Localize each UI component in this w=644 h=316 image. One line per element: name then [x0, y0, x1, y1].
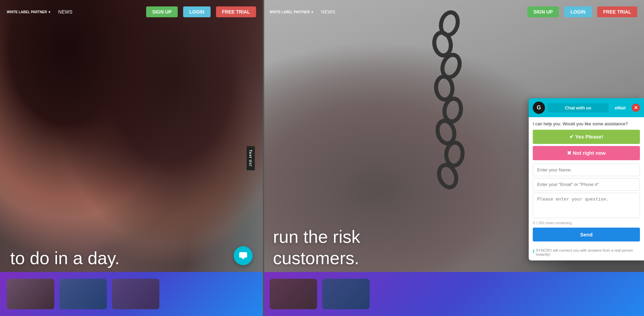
left-panel: WHITE LABEL PARTNER ▾ NEWS SIGN UP LOGIN… [0, 0, 263, 316]
left-brand-label: WHITE LABEL PARTNER [7, 10, 47, 14]
chat-contact-input[interactable] [533, 178, 640, 191]
right-nav-brand[interactable]: WHITE LABEL PARTNER ▾ [270, 10, 313, 14]
chat-tab-email[interactable]: eMail [611, 103, 629, 112]
left-person-image [0, 0, 263, 316]
left-bottom-card-2 [59, 279, 107, 309]
left-signup-button[interactable]: SIGN UP [146, 6, 178, 17]
chat-yes-button[interactable]: ✔ Yes Please! [533, 130, 640, 144]
chat-header: G Chat with us eMail ✕ [529, 98, 644, 117]
panel-divider [263, 0, 264, 316]
chat-body: I can help you. Would you like some assi… [529, 117, 644, 248]
left-hero-text: to do in a day. [10, 248, 120, 269]
chat-message: I can help you. Would you like some assi… [533, 121, 640, 126]
chat-popup: G Chat with us eMail ✕ I can help you. W… [529, 98, 644, 260]
left-navbar: WHITE LABEL PARTNER ▾ NEWS SIGN UP LOGIN… [0, 0, 263, 24]
chat-question-textarea[interactable] [533, 193, 640, 218]
right-hero-text: run the risk customers. [273, 226, 360, 269]
right-brand-label: WHITE LABEL PARTNER [270, 10, 310, 14]
left-bottom-card-1 [7, 279, 54, 309]
chat-widget-button[interactable] [234, 246, 253, 265]
right-bottom-card-1 [270, 279, 317, 309]
left-bottom-bar [0, 272, 263, 316]
right-signup-button[interactable]: SIGN UP [527, 6, 559, 17]
right-hero-line2: customers. [273, 248, 360, 269]
left-freetrial-button[interactable]: FREE TRIAL [216, 6, 256, 17]
left-brand-arrow-icon: ▾ [48, 10, 50, 14]
right-bottom-card-2 [322, 279, 370, 309]
chat-bubble-icon [238, 251, 248, 260]
chat-tab-chat[interactable]: Chat with us [548, 103, 608, 112]
chat-avatar: G [533, 102, 545, 114]
left-nav-news[interactable]: NEWS [58, 9, 73, 15]
right-brand-arrow-icon: ▾ [311, 10, 313, 14]
chat-close-button[interactable]: ✕ [632, 104, 640, 112]
chat-name-input[interactable] [533, 164, 640, 176]
left-nav-brand[interactable]: WHITE LABEL PARTNER ▾ [7, 10, 50, 14]
chat-footer-text: SYNCRO will connect you with answers fro… [536, 248, 640, 256]
right-bottom-bar [263, 272, 644, 316]
right-panel: WHITE LABEL PARTNER ▾ NEWS SIGN UP LOGIN… [263, 0, 644, 316]
left-login-button[interactable]: LOGIN [183, 6, 210, 17]
svg-rect-0 [239, 252, 247, 258]
right-freetrial-button[interactable]: FREE TRIAL [597, 6, 637, 17]
right-hero-line1: run the risk [273, 226, 360, 247]
right-navbar: WHITE LABEL PARTNER ▾ NEWS SIGN UP LOGIN… [263, 0, 644, 24]
left-bottom-card-3 [112, 279, 159, 309]
chat-footer-icon: ℹ [533, 249, 534, 254]
right-nav-news[interactable]: NEWS [321, 9, 335, 15]
left-textus-sidebar[interactable]: Text Us! [247, 146, 255, 170]
right-login-button[interactable]: LOGIN [564, 6, 591, 17]
chat-chars-remaining: 0 / 160 chars remaining [533, 221, 640, 225]
chat-send-button[interactable]: Send [533, 228, 640, 241]
chat-no-button[interactable]: ✖ Not right now [533, 146, 640, 160]
chat-footer: ℹ SYNCRO will connect you with answers f… [529, 248, 644, 260]
